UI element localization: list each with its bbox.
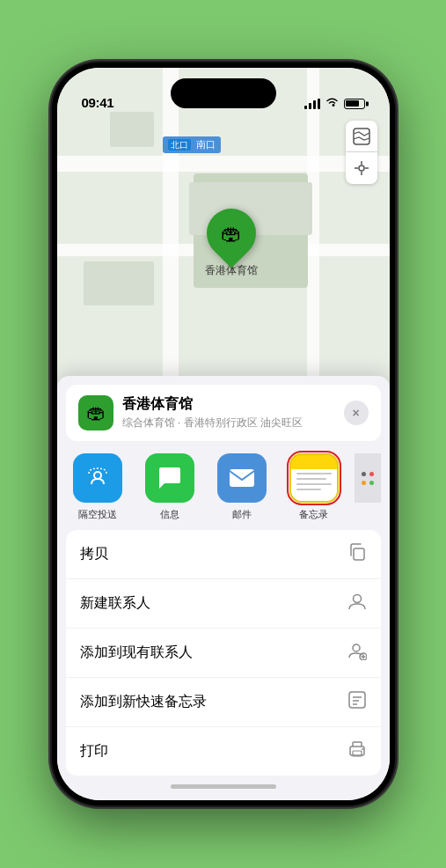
- airdrop-icon: [73, 453, 122, 503]
- stadium-pin: 🏟 香港体育馆: [205, 209, 258, 278]
- print-icon: [347, 739, 367, 763]
- bottom-sheet: 🏟 香港体育馆 综合体育馆 · 香港特别行政区 油尖旺区 ×: [57, 376, 390, 800]
- signal-bars-icon: [304, 99, 320, 109]
- more-icon: [355, 453, 381, 503]
- home-bar: [171, 784, 276, 789]
- dynamic-island: [171, 78, 276, 108]
- share-messages[interactable]: 信息: [138, 453, 201, 521]
- action-add-quick-note[interactable]: 添加到新快速备忘录: [66, 678, 381, 727]
- close-button[interactable]: ×: [344, 401, 369, 425]
- add-existing-icon: [347, 641, 367, 665]
- copy-icon: [347, 542, 367, 566]
- share-airdrop[interactable]: 隔空投送: [66, 453, 129, 521]
- add-existing-label: 添加到现有联系人: [80, 644, 193, 662]
- svg-rect-8: [354, 548, 364, 560]
- add-quick-note-label: 添加到新快速备忘录: [80, 693, 207, 711]
- location-info: 香港体育馆 综合体育馆 · 香港特别行政区 油尖旺区: [122, 395, 335, 430]
- location-subtitle: 综合体育馆 · 香港特别行政区 油尖旺区: [122, 416, 335, 430]
- action-print[interactable]: 打印: [66, 727, 381, 776]
- svg-point-1: [359, 166, 364, 171]
- svg-point-20: [362, 748, 363, 750]
- location-card: 🏟 香港体育馆 综合体育馆 · 香港特别行政区 油尖旺区 ×: [66, 385, 381, 441]
- notes-label: 备忘录: [299, 508, 328, 521]
- copy-label: 拷贝: [80, 545, 108, 563]
- action-copy[interactable]: 拷贝: [66, 530, 381, 579]
- status-icons: [304, 97, 365, 110]
- messages-icon: [145, 453, 194, 503]
- map-controls: [346, 121, 377, 184]
- svg-point-10: [353, 644, 360, 651]
- svg-point-6: [94, 472, 101, 479]
- location-name: 香港体育馆: [122, 395, 335, 414]
- location-card-icon: 🏟: [78, 395, 113, 430]
- action-new-contact[interactable]: 新建联系人: [66, 579, 381, 629]
- map-type-button[interactable]: [346, 121, 377, 152]
- action-add-existing-contact[interactable]: 添加到现有联系人: [66, 629, 381, 678]
- location-button[interactable]: [346, 152, 377, 184]
- share-more[interactable]: [355, 453, 381, 521]
- add-quick-note-icon: [347, 690, 367, 714]
- new-contact-icon: [347, 592, 367, 615]
- status-time: 09:41: [82, 95, 114, 110]
- svg-rect-0: [354, 129, 369, 144]
- share-row: 隔空投送 信息: [57, 441, 390, 530]
- home-indicator: [57, 776, 390, 800]
- airdrop-label: 隔空投送: [78, 508, 117, 521]
- svg-rect-7: [230, 469, 254, 487]
- svg-point-9: [353, 595, 361, 603]
- map-north-label: 北口 南口: [163, 136, 221, 153]
- share-mail[interactable]: 邮件: [210, 453, 274, 521]
- mail-label: 邮件: [232, 508, 252, 521]
- wifi-icon: [325, 97, 339, 110]
- new-contact-label: 新建联系人: [80, 594, 150, 613]
- notes-icon: [289, 453, 339, 503]
- messages-label: 信息: [160, 508, 179, 521]
- mail-icon: [217, 453, 267, 503]
- action-list: 拷贝 新建联系人: [66, 530, 381, 776]
- share-notes[interactable]: 备忘录: [282, 453, 346, 521]
- print-label: 打印: [80, 742, 108, 761]
- battery-icon: [344, 99, 365, 109]
- svg-rect-14: [349, 692, 365, 708]
